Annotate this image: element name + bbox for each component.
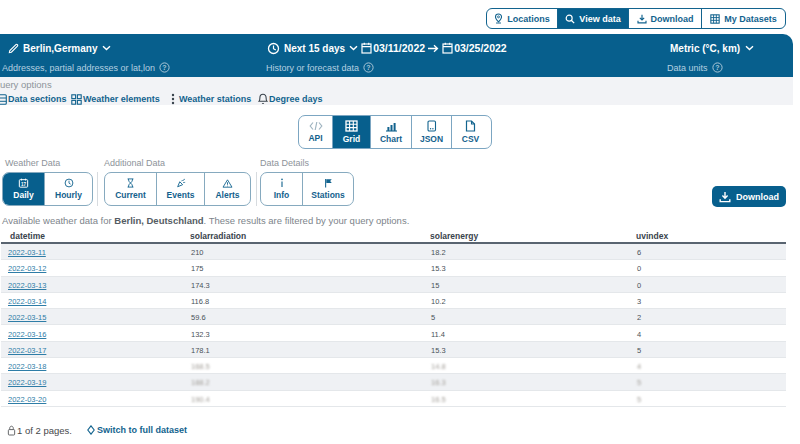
svg-text:?: ? — [366, 64, 370, 71]
svg-text:?: ? — [162, 64, 166, 71]
svg-text:17: 17 — [21, 182, 27, 187]
svg-text:?: ? — [715, 64, 719, 71]
